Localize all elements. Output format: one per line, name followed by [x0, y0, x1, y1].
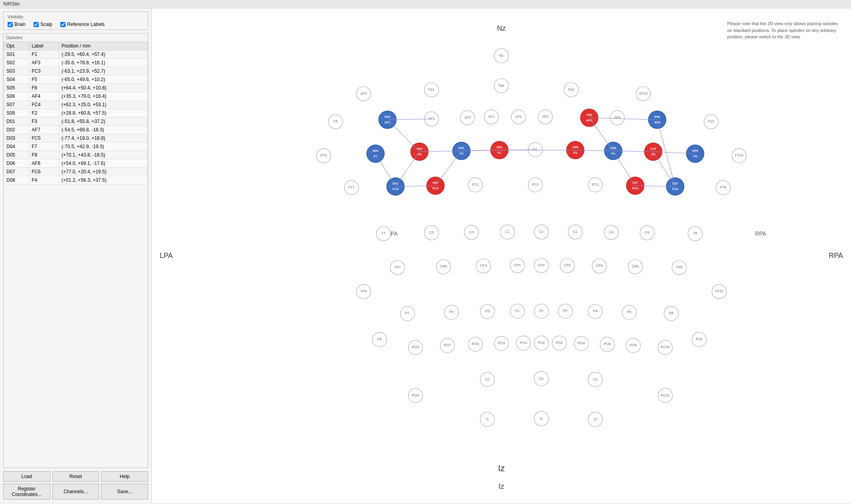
node-AF3[interactable]: AF3 — [460, 111, 474, 125]
node-TP8[interactable]: TP8 — [672, 260, 686, 275]
node-Fp1[interactable]: Fp1 — [424, 83, 438, 97]
help-button[interactable]: Help — [101, 471, 148, 482]
node-PO4[interactable]: PO4 — [574, 336, 589, 351]
node-I2[interactable]: I2 — [588, 412, 603, 427]
node-T8[interactable]: T8 — [688, 226, 702, 241]
node-F9[interactable]: F9 — [328, 115, 343, 129]
table-row[interactable]: D01F3(-51.8, +55.8, +37.2) — [4, 117, 148, 126]
table-row[interactable]: S04F5(-65.0, +49.6, +10.2) — [4, 75, 148, 84]
node-P4[interactable]: P4 — [588, 304, 603, 319]
node-P9[interactable]: P9 — [372, 332, 387, 347]
node-AF1[interactable]: AF1 — [484, 110, 498, 124]
node-PO9b[interactable]: PO9 — [408, 388, 423, 403]
node-Fp2[interactable]: Fp2 — [564, 83, 579, 97]
reset-button[interactable]: Reset — [52, 471, 99, 482]
table-row[interactable]: D05F8(+70.1, +43.8, -18.5) — [4, 151, 148, 159]
node-T7[interactable]: T7 — [376, 226, 391, 241]
brain-canvas[interactable]: Please note that the 2D view only allows… — [152, 8, 851, 503]
table-row[interactable]: D03FC5(-77.4, +19.0, +18.9) — [4, 134, 148, 143]
node-P10[interactable]: P10 — [692, 332, 706, 347]
brain-checkbox-label[interactable]: Brain — [8, 22, 26, 27]
load-button[interactable]: Load — [3, 471, 50, 482]
node-Iz2[interactable]: Iz — [534, 411, 549, 426]
node-PO10b[interactable]: PO10 — [658, 388, 672, 403]
node-C5[interactable]: C5 — [424, 226, 438, 240]
node-FT10[interactable]: FT10 — [732, 149, 746, 163]
node-C2[interactable]: C2 — [568, 225, 583, 239]
node-P1[interactable]: P1 — [510, 304, 525, 318]
table-row[interactable]: D07FC6(+77.0, +20.4, +19.5) — [4, 168, 148, 176]
save-button[interactable]: Save... — [101, 484, 148, 500]
table-row[interactable]: D02AF7(-54.5, +68.8, -18.3) — [4, 126, 148, 134]
node-CP5[interactable]: CP5 — [436, 260, 450, 274]
node-CPz[interactable]: CPz — [534, 258, 549, 273]
node-PO5[interactable]: PO5 — [468, 337, 482, 351]
table-row[interactable]: S05F6(+64.4, +50.4, +10.8) — [4, 84, 148, 92]
node-PO8[interactable]: PO8 — [626, 338, 641, 353]
node-P8[interactable]: P8 — [664, 306, 678, 321]
node-CP1[interactable]: CP1 — [510, 258, 525, 273]
node-FC2[interactable]: FC2 — [528, 178, 543, 192]
node-AF9[interactable]: AF9 — [356, 87, 371, 101]
node-P3[interactable]: P3 — [480, 304, 494, 319]
table-row[interactable]: S02AF3(-35.6, +78.8, +16.1) — [4, 59, 148, 67]
node-AF10[interactable]: AF10 — [636, 87, 651, 101]
table-row[interactable]: S03FC3(-63.1, +23.9, +52.7) — [4, 67, 148, 75]
node-PO1[interactable]: PO1 — [516, 336, 531, 350]
node-O1[interactable]: O1 — [480, 372, 494, 387]
node-CP6[interactable]: CP6 — [628, 260, 643, 274]
scalp-checkbox[interactable] — [34, 22, 39, 27]
node-P2[interactable]: P2 — [558, 304, 573, 318]
table-row[interactable]: S06AF4(+35.3, +79.0, +16.4) — [4, 92, 148, 101]
node-Pz[interactable]: Pz — [534, 304, 549, 318]
node-P6[interactable]: P6 — [622, 305, 637, 319]
node-Nz[interactable]: Nz — [494, 49, 508, 63]
table-row[interactable]: D06AF8(+54.0, +69.1, -17.6) — [4, 159, 148, 168]
node-C3[interactable]: C3 — [464, 225, 478, 240]
node-FT7[interactable]: FT7 — [344, 181, 359, 195]
node-TP10[interactable]: TP10 — [712, 284, 726, 299]
node-F10[interactable]: F10 — [704, 115, 718, 129]
register-button[interactable]: Register Coordinates... — [3, 484, 50, 500]
scalp-checkbox-label[interactable]: Scalp — [34, 22, 52, 27]
node-I1[interactable]: I1 — [480, 412, 494, 427]
node-PO7[interactable]: PO7 — [440, 338, 454, 353]
node-Oz[interactable]: Oz — [534, 371, 549, 386]
node-PO9[interactable]: PO9 — [408, 340, 423, 355]
node-FC1[interactable]: FC1 — [468, 178, 482, 192]
node-P7[interactable]: P7 — [400, 306, 415, 321]
node-PO6[interactable]: PO6 — [600, 337, 615, 351]
node-Fpz[interactable]: Fpz — [494, 79, 508, 93]
ref-labels-checkbox[interactable] — [60, 22, 65, 27]
node-AFz[interactable]: AFz — [512, 110, 526, 124]
node-CP4[interactable]: CP4 — [592, 259, 607, 273]
brain-svg[interactable]: Nz AF9 Fp1 Fpz Fp2 AF10 F9 D02AF7 AF5 AF… — [152, 8, 851, 503]
node-FT8[interactable]: FT8 — [716, 181, 730, 195]
node-PO3[interactable]: PO3 — [494, 336, 508, 351]
node-POz[interactable]: POz — [534, 336, 549, 350]
node-C6[interactable]: C6 — [640, 226, 655, 240]
ref-labels-checkbox-label[interactable]: Reference Labels — [60, 22, 105, 27]
node-CP3[interactable]: CP3 — [476, 259, 490, 273]
node-Cz[interactable]: Cz — [534, 225, 549, 239]
table-row[interactable]: S01F1(-29.5, +60.4, +57.4) — [4, 50, 148, 59]
node-AF6[interactable]: AF6 — [610, 111, 625, 125]
node-O2[interactable]: O2 — [588, 372, 603, 387]
node-FT9[interactable]: FT9 — [316, 149, 331, 163]
node-TP9[interactable]: TP9 — [356, 284, 371, 299]
node-CP2[interactable]: CP2 — [560, 258, 575, 273]
table-row[interactable]: D08F4(+51.2, +56.3, +37.5) — [4, 176, 148, 185]
node-AF2[interactable]: AF2 — [538, 110, 553, 124]
node-PO10[interactable]: PO10 — [658, 340, 672, 355]
table-row[interactable]: D04F7(-70.5, +42.9, -19.3) — [4, 143, 148, 151]
node-TP7[interactable]: TP7 — [390, 260, 405, 275]
node-C4[interactable]: C4 — [604, 225, 619, 240]
table-row[interactable]: S07FC4(+62.3, +25.0, +53.1) — [4, 101, 148, 109]
node-P5[interactable]: P5 — [444, 305, 458, 319]
brain-checkbox[interactable] — [8, 22, 13, 27]
node-PO2[interactable]: PO2 — [552, 336, 567, 350]
node-PC2[interactable]: PC2 — [588, 178, 603, 192]
table-row[interactable]: S08F2(+28.8, +60.8, +57.5) — [4, 109, 148, 117]
node-C1[interactable]: C1 — [500, 225, 514, 239]
channels-button[interactable]: Channels... — [52, 484, 99, 500]
